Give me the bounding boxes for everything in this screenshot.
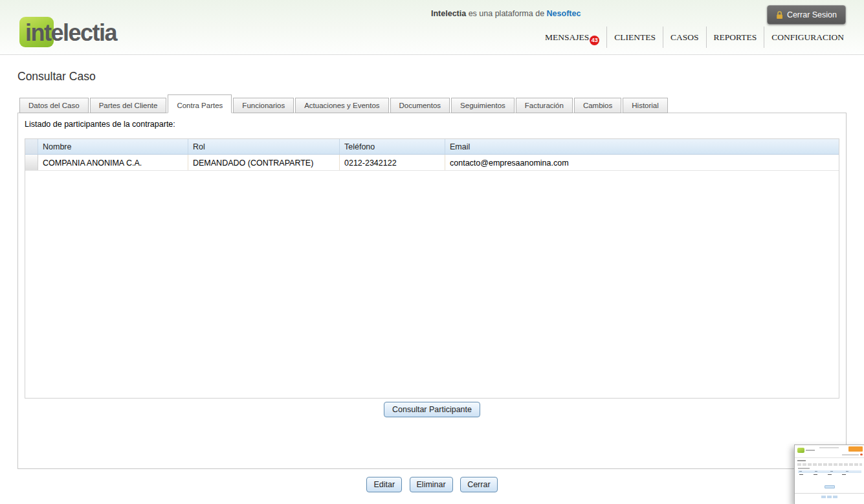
thumb-mini-tabs — [797, 463, 862, 466]
main-nav: MENSAJES43 CLIENTES CASOS REPORTES CONFI… — [538, 27, 851, 48]
thumb-mini-nav — [842, 454, 859, 455]
cell-nombre: COMPANIA ANONIMA C.A. — [38, 155, 188, 170]
platform-note-company-link[interactable]: Nesoftec — [547, 9, 581, 18]
thumb-mini-footer-buttons — [821, 496, 838, 498]
thumb-mini-list-label — [798, 468, 810, 469]
tab-historial[interactable]: Historial — [623, 98, 668, 113]
nav-item-configuracion[interactable]: CONFIGURACION — [764, 27, 851, 48]
page-title: Consultar Caso — [17, 70, 847, 83]
thumb-mini-title — [797, 460, 806, 461]
footer-actions: Editar Eliminar Cerrar — [17, 477, 847, 492]
lock-icon — [776, 11, 783, 19]
messages-count-badge: 43 — [590, 36, 599, 45]
participants-grid: Nombre Rol Teléfono Email COMPANIA ANONI… — [25, 138, 839, 399]
column-header-nombre[interactable]: Nombre — [38, 139, 188, 154]
tab-cambios[interactable]: Cambios — [574, 98, 621, 113]
table-row[interactable]: COMPANIA ANONIMA C.A. DEMANDADO (CONTRAP… — [25, 155, 839, 171]
participants-list-label: Listado de participantes de la contrapar… — [18, 113, 846, 129]
tab-seguimientos[interactable]: Seguimientos — [451, 98, 515, 113]
logout-button[interactable]: Cerrar Sesion — [767, 5, 846, 25]
thumb-mini-badge — [860, 454, 863, 455]
tab-facturacion[interactable]: Facturación — [516, 98, 573, 113]
column-header-rol[interactable]: Rol — [188, 139, 339, 154]
nav-item-casos[interactable]: CASOS — [663, 27, 706, 48]
thumb-mini-logo — [797, 448, 804, 453]
tab-actuaciones-y-eventos[interactable]: Actuaciones y Eventos — [295, 98, 388, 113]
platform-note: Intelectia es una plataforma de Nesoftec — [431, 9, 581, 18]
tab-documentos[interactable]: Documentos — [390, 98, 450, 113]
edit-button[interactable]: Editar — [366, 477, 402, 492]
column-header-email[interactable]: Email — [445, 139, 839, 154]
screenshot-preview-thumbnail[interactable] — [794, 444, 864, 504]
nav-item-mensajes[interactable]: MENSAJES43 — [538, 27, 606, 48]
thumb-mini-logo-text — [806, 450, 815, 451]
cell-email: contacto@empresaanomina.com — [445, 155, 839, 170]
grid-header-row: Nombre Rol Teléfono Email — [25, 139, 839, 155]
thumb-mini-header-divider — [795, 457, 864, 458]
contra-partes-panel: Listado de participantes de la contrapar… — [17, 113, 847, 469]
tab-datos-del-caso[interactable]: Datos del Caso — [19, 98, 89, 113]
thumb-mini-grid-header-text — [799, 471, 858, 472]
consult-button-row: Consultar Participante — [18, 402, 846, 417]
thumb-mini-platform-note — [819, 447, 839, 448]
grid-header-selector-cell — [25, 139, 38, 154]
case-tabs: Datos del Caso Partes del Cliente Contra… — [17, 94, 847, 113]
logout-label: Cerrar Sesion — [787, 10, 837, 19]
tab-funcionarios[interactable]: Funcionarios — [233, 98, 294, 113]
logo-text: intelectia — [25, 19, 116, 47]
column-header-telefono[interactable]: Teléfono — [339, 139, 445, 154]
thumb-mini-logout-button — [848, 446, 863, 452]
page-content: Consultar Caso Datos del Caso Partes del… — [0, 70, 864, 492]
thumb-mini-panel-divider — [795, 493, 864, 494]
tab-partes-del-cliente[interactable]: Partes del Cliente — [90, 98, 167, 113]
cell-telefono: 0212-2342122 — [339, 155, 445, 170]
nav-item-clientes[interactable]: CLIENTES — [606, 27, 663, 48]
thumb-mini-consult-button — [825, 485, 835, 488]
platform-note-brand: Intelectia — [431, 9, 466, 18]
consult-participant-button[interactable]: Consultar Participante — [384, 402, 480, 417]
tab-contra-partes[interactable]: Contra Partes — [168, 94, 232, 113]
delete-button[interactable]: Eliminar — [410, 477, 453, 492]
nav-item-reportes[interactable]: REPORTES — [706, 27, 764, 48]
row-selector-cell[interactable] — [25, 155, 38, 170]
header: Intelectia es una plataforma de Nesoftec… — [0, 0, 864, 55]
close-button[interactable]: Cerrar — [460, 477, 497, 492]
cell-rol: DEMANDADO (CONTRAPARTE) — [188, 155, 339, 170]
platform-note-middle: es una plataforma de — [466, 9, 546, 18]
thumb-mini-grid-row — [799, 474, 846, 475]
app-logo[interactable]: intelectia — [19, 17, 168, 50]
